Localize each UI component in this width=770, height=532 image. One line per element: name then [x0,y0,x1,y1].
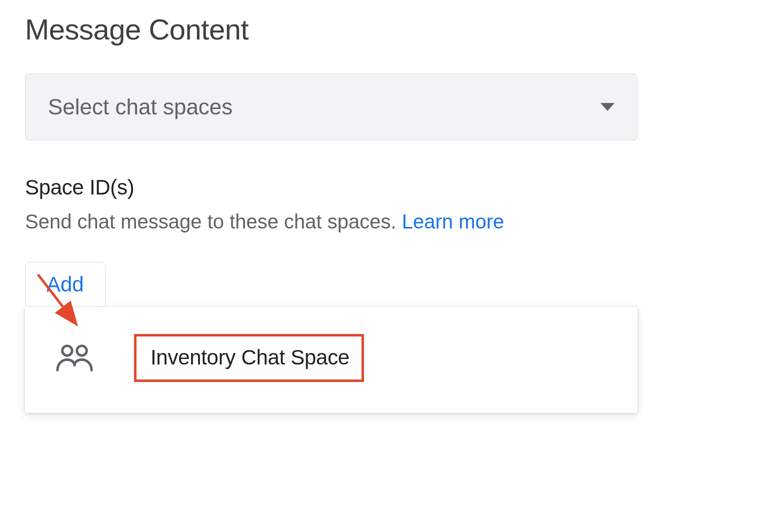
space-ids-label: Space ID(s) [25,176,770,200]
select-chat-spaces-dropdown[interactable]: Select chat spaces [25,74,638,140]
annotation-highlight-box: Inventory Chat Space [134,334,364,382]
chevron-down-icon [600,103,614,111]
svg-point-0 [62,346,72,356]
people-icon [55,342,94,374]
dropdown-item[interactable]: Inventory Chat Space [25,333,638,383]
spaces-dropdown-panel: Inventory Chat Space [25,307,638,413]
learn-more-link[interactable]: Learn more [402,210,504,232]
dropdown-item-label: Inventory Chat Space [150,346,350,370]
svg-point-1 [77,346,87,356]
page-title: Message Content [25,12,770,46]
add-button[interactable]: Add [25,262,106,307]
select-label: Select chat spaces [48,94,232,120]
space-ids-description: Send chat message to these chat spaces. … [25,210,770,233]
space-ids-description-text: Send chat message to these chat spaces. [25,210,402,232]
